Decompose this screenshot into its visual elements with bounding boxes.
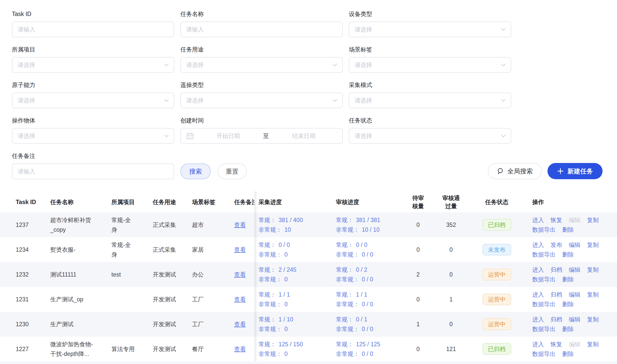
progress-label: 非常规： [259,250,282,259]
cell-project [111,312,153,337]
action-link-进入[interactable]: 进入 [532,265,544,275]
action-link-编辑[interactable]: 编辑 [569,240,580,250]
filter-select-scene_tag[interactable]: 请选择 [349,57,511,73]
filter-select-device_type[interactable]: 请选择 [349,22,511,37]
cell-purpose: 开发测试 [153,287,192,312]
row-scroll-right: 常规：2 / 245非常规：0常规：0 / 2非常规：0 / 020运营中进入归… [254,262,617,287]
cell-purpose: 正式采集 [153,212,192,237]
chevron-down-icon [501,135,506,137]
progress-value: 1 / 1 [356,290,367,299]
cell-purpose: 正式采集 [153,237,192,262]
view-remark-link[interactable]: 查看 [234,220,254,230]
action-link-恢复[interactable]: 恢复 [551,339,562,349]
filter-select-atomic_ability[interactable]: 请选择 [12,93,174,108]
cell-pending-count: 2 [403,262,433,287]
action-link-删除[interactable]: 删除 [562,324,574,334]
action-link-删除[interactable]: 删除 [562,299,574,309]
progress-line-regular: 常规：1 / 10 [259,315,332,324]
action-link-复制[interactable]: 复制 [587,265,599,275]
action-link-删除[interactable]: 删除 [562,275,574,284]
action-link-删除[interactable]: 删除 [562,250,574,259]
action-link-数据导出[interactable]: 数据导出 [532,250,556,259]
chevron-down-icon [333,99,337,102]
action-link-进入[interactable]: 进入 [532,290,544,299]
view-remark-link[interactable]: 查看 [234,270,254,279]
action-link-删除[interactable]: 删除 [562,225,574,234]
action-link-数据导出[interactable]: 数据导出 [532,324,556,334]
progress-value: 0 / 1 [356,315,367,324]
filter-daterange-create_time[interactable]: 开始日期至结束日期 [180,128,343,144]
row-fixed-left: 1234熨烫衣服-常规-全身正式采集家居查看 [0,237,254,262]
header-line: 任务状态 [485,198,508,206]
action-link-归档[interactable]: 归档 [551,315,562,324]
action-link-进入[interactable]: 进入 [532,315,544,324]
action-link-复制[interactable]: 复制 [587,339,599,349]
global-search-button[interactable]: 全局搜索 [488,163,542,179]
cell-review-progress: 常规：0 / 2非常规：0 / 0 [332,262,403,287]
column-header-scene: 场景标签 [192,191,232,212]
action-link-复制[interactable]: 复制 [587,315,599,324]
action-link-复制[interactable]: 复制 [587,215,599,225]
action-link-复制[interactable]: 复制 [587,240,599,250]
project-line: 算法专用 [111,344,153,354]
filter-select-teleop_type[interactable]: 请选择 [180,93,343,108]
progress-value: 381 / 400 [279,215,303,225]
view-remark-link[interactable]: 查看 [234,245,254,254]
action-line-2: 数据导出删除 [532,250,617,259]
cell-project: 算法专用 [111,337,153,361]
reset-button[interactable]: 重置 [217,163,247,179]
progress-label: 非常规： [336,275,359,284]
filter-label-task_purpose: 任务用途 [180,46,343,53]
view-remark-link[interactable]: 查看 [234,319,254,329]
progress-label: 非常规： [336,349,359,359]
action-link-归档[interactable]: 归档 [551,290,562,299]
filter-label-task-remark: 任务备注 [12,152,174,160]
action-link-数据导出[interactable]: 数据导出 [532,349,556,359]
action-link-进入[interactable]: 进入 [532,339,544,349]
task-remark-input[interactable]: 请输入 [12,163,174,179]
filter-select-task_purpose[interactable]: 请选择 [180,57,343,73]
row-fixed-left: 1230生产测试开发测试工厂查看 [0,312,254,337]
action-link-编辑[interactable]: 编辑 [569,315,580,324]
action-link-删除[interactable]: 删除 [562,349,574,359]
row-fixed-left: 1237超市冷鲜柜补货_copy常规-全身正式采集超市查看 [0,212,254,237]
action-link-复制[interactable]: 复制 [587,290,599,299]
view-remark-link[interactable]: 查看 [234,295,254,304]
cell-remark: 查看 [232,237,254,262]
action-link-数据导出[interactable]: 数据导出 [532,275,556,284]
action-link-数据导出[interactable]: 数据导出 [532,299,556,309]
header-line: 待审 [412,194,424,202]
action-link-编辑[interactable]: 编辑 [569,290,580,299]
project-line: 身 [111,225,153,234]
action-link-归档[interactable]: 归档 [551,265,562,275]
view-remark-link[interactable]: 查看 [234,344,254,354]
search-button[interactable]: 搜索 [180,163,211,179]
progress-value: 0 / 0 [362,299,373,309]
filter-grid: Task ID请输入任务名称请输入设备类型请选择所属项目请选择任务用途请选择场景… [12,10,617,152]
action-line-2: 数据导出删除 [532,299,617,309]
action-link-进入[interactable]: 进入 [532,240,544,250]
input-placeholder: 请输入 [18,26,35,33]
action-link-进入[interactable]: 进入 [532,215,544,225]
filter-label-scene_tag: 场景标签 [349,46,511,53]
action-link-发布[interactable]: 发布 [551,240,562,250]
action-link-恢复[interactable]: 恢复 [551,215,562,225]
progress-line-irregular: 非常规：0 / 0 [336,275,403,284]
filter-select-project[interactable]: 请选择 [12,57,174,73]
progress-value: 0 / 0 [356,240,367,250]
table-row: 1237超市冷鲜柜补货_copy常规-全身正式采集超市查看常规：381 / 40… [0,212,617,237]
action-link-数据导出[interactable]: 数据导出 [532,225,556,234]
row-scroll-right: 常规：0 / 0非常规：0常规：0 / 0非常规：0 / 000未发布进入发布编… [254,237,617,262]
cell-passed-count: 0 [433,237,469,262]
cell-actions: 进入归档编辑复制数据导出删除 [525,312,617,337]
create-task-button[interactable]: 新建任务 [547,163,603,179]
filter-select-collect_mode[interactable]: 请选择 [349,93,511,108]
chevron-down-icon [333,64,337,66]
filter-field-collect_mode: 采集模式请选择 [349,81,511,108]
filter-input-task_id[interactable]: 请输入 [12,22,174,37]
filter-select-object[interactable]: 请选择 [12,128,174,144]
action-link-编辑[interactable]: 编辑 [569,265,580,275]
cell-pending-count: 0 [403,337,433,361]
filter-select-task_status[interactable]: 请选择 [349,128,511,144]
filter-input-task_name[interactable]: 请输入 [180,22,343,37]
